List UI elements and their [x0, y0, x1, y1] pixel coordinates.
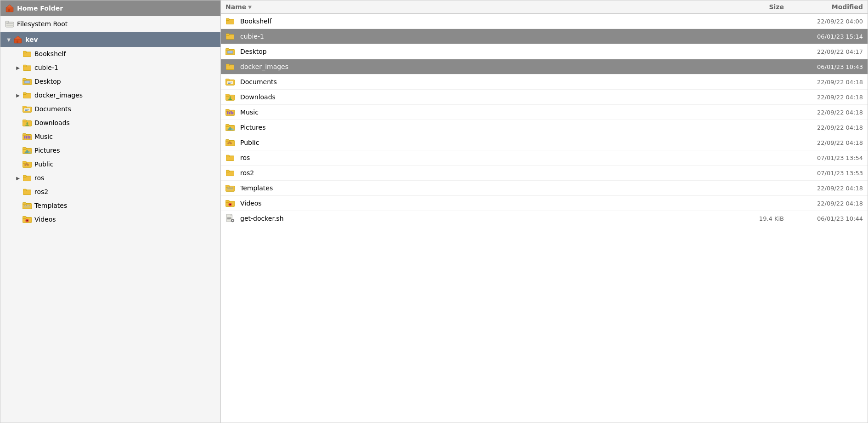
svg-rect-116	[227, 220, 230, 220]
table-row[interactable]: docker_images 06/01/23 10:43	[221, 59, 868, 74]
table-row[interactable]: Templates 22/09/22 04:18	[221, 181, 868, 196]
svg-rect-48	[23, 175, 26, 177]
table-row[interactable]: Videos 22/09/22 04:18	[221, 196, 868, 211]
row-modified-cell: 22/09/22 04:17	[789, 48, 863, 55]
svg-rect-32	[23, 134, 26, 136]
sort-arrow: ▼	[248, 5, 252, 10]
sidebar-item-label: Templates	[34, 202, 67, 209]
file-name: Documents	[240, 78, 277, 86]
table-row[interactable]: Downloads 22/09/22 04:18	[221, 90, 868, 105]
row-name-cell: ros2	[225, 168, 748, 177]
sidebar-item-public[interactable]: Public	[0, 157, 220, 171]
chevron-placeholder	[14, 147, 22, 154]
sidebar-item-label: Desktop	[34, 78, 61, 85]
svg-point-92	[227, 127, 229, 128]
row-name-cell: cubie-1	[225, 32, 748, 41]
name-column-header[interactable]: Name ▼	[225, 3, 748, 11]
chevron-placeholder	[14, 78, 22, 85]
sidebar-item-downloads[interactable]: Downloads	[0, 116, 220, 130]
row-name-cell: Documents	[225, 77, 748, 86]
table-row[interactable]: ros2 07/01/23 13:53	[221, 166, 868, 181]
sidebar-item-ros[interactable]: ros	[0, 171, 220, 185]
table-row[interactable]: Music 22/09/22 04:18	[221, 105, 868, 120]
sidebar-item-label: Videos	[34, 216, 56, 223]
file-name: Music	[240, 109, 259, 116]
row-modified-cell: 07/01/23 13:53	[789, 170, 863, 177]
chevron-right-icon	[14, 91, 22, 99]
sidebar-item-desktop[interactable]: Desktop	[0, 74, 220, 88]
table-row[interactable]: cubie-1 06/01/23 15:14	[221, 29, 868, 44]
row-name-cell: Pictures	[225, 123, 748, 132]
svg-rect-33	[24, 136, 26, 138]
kev-home-icon	[13, 35, 23, 44]
sidebar-item-label: docker_images	[34, 91, 83, 99]
home-folder-item[interactable]: Home Folder	[0, 0, 220, 16]
sidebar-item-documents[interactable]: Documents	[0, 102, 220, 116]
sidebar-item-docker_images[interactable]: docker_images	[0, 88, 220, 102]
folder-icon	[23, 91, 32, 100]
sidebar-item-cubie-1[interactable]: cubie-1	[0, 61, 220, 74]
sidebar-item-label: Downloads	[34, 119, 70, 126]
sidebar-item-ros2[interactable]: ros2	[0, 185, 220, 199]
svg-rect-19	[23, 92, 26, 94]
svg-rect-36	[29, 136, 31, 138]
row-modified-cell: 22/09/22 04:18	[789, 94, 863, 101]
table-row[interactable]: get-docker.sh 19.4 KiB 06/01/23 10:44	[221, 211, 868, 226]
svg-point-111	[230, 204, 231, 205]
svg-rect-86	[231, 111, 232, 114]
svg-rect-101	[226, 170, 229, 172]
sidebar-item-label: Documents	[34, 105, 71, 113]
row-name-cell: Videos	[225, 199, 748, 208]
row-modified-cell: 22/09/22 04:18	[789, 124, 863, 131]
sidebar-item-label: cubie-1	[34, 64, 58, 71]
row-name-cell: Music	[225, 108, 748, 117]
row-name-cell: Public	[225, 138, 748, 147]
file-name: cubie-1	[240, 33, 264, 40]
table-row[interactable]: Pictures 22/09/22 04:18	[221, 120, 868, 135]
size-column-header[interactable]: Size	[748, 3, 789, 11]
row-modified-cell: 22/09/22 04:18	[789, 185, 863, 192]
row-modified-cell: 22/09/22 04:18	[789, 200, 863, 207]
svg-rect-84	[227, 111, 229, 114]
kev-item[interactable]: kev	[0, 32, 220, 47]
svg-marker-1	[6, 5, 13, 8]
table-row[interactable]: Documents 22/09/22 04:18	[221, 74, 868, 90]
table-row[interactable]: Public 22/09/22 04:18	[221, 135, 868, 150]
sidebar-item-bookshelf[interactable]: Bookshelf	[0, 47, 220, 61]
table-row[interactable]: Bookshelf 22/09/22 04:00	[221, 14, 868, 29]
svg-rect-58	[23, 217, 26, 219]
row-name-cell: Desktop	[225, 47, 748, 56]
left-panel: Home Folder Filesystem Root	[0, 0, 221, 423]
svg-rect-52	[23, 203, 26, 205]
videos-icon	[23, 215, 32, 224]
sidebar-item-label: Music	[34, 133, 53, 140]
sidebar-item-videos[interactable]: Videos	[0, 212, 220, 226]
table-row[interactable]: ros 07/01/23 13:54	[221, 150, 868, 166]
svg-rect-6	[6, 25, 13, 26]
sidebar-item-pictures[interactable]: Pictures	[0, 143, 220, 157]
row-modified-cell: 06/01/23 10:43	[789, 63, 863, 70]
file-name: get-docker.sh	[240, 215, 284, 222]
table-row[interactable]: Desktop 22/09/22 04:17	[221, 44, 868, 59]
script-icon	[225, 214, 235, 223]
templates-icon	[23, 201, 32, 210]
modified-column-header[interactable]: Modified	[789, 3, 863, 11]
svg-rect-72	[225, 79, 229, 81]
documents-icon	[23, 104, 32, 114]
sidebar-item-music[interactable]: Music	[0, 130, 220, 143]
sidebar-item-templates[interactable]: Templates	[0, 199, 220, 212]
filesystem-root-item[interactable]: Filesystem Root	[0, 16, 220, 32]
svg-rect-13	[23, 65, 26, 67]
svg-rect-62	[226, 18, 229, 20]
svg-rect-83	[225, 109, 229, 112]
chevron-placeholder	[14, 202, 22, 209]
folder-icon	[225, 153, 235, 162]
file-name: ros2	[240, 169, 254, 177]
templates-icon	[225, 183, 235, 193]
svg-rect-21	[23, 106, 26, 109]
row-modified-cell: 22/09/22 04:18	[789, 79, 863, 86]
chevron-placeholder	[14, 50, 22, 57]
row-name-cell: docker_images	[225, 62, 748, 71]
chevron-placeholder	[14, 216, 22, 223]
svg-rect-87	[232, 112, 234, 114]
